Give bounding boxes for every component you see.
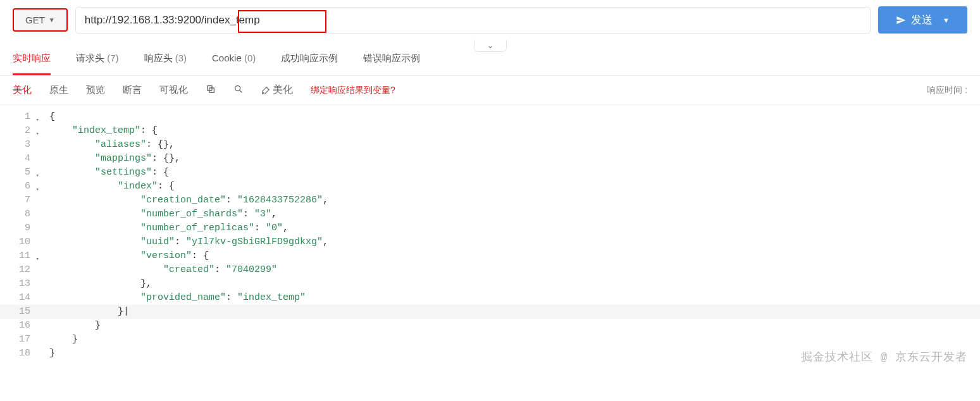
code-line: 2▾ "index_temp": { — [0, 124, 980, 138]
tab-5[interactable]: 错误响应示例 — [363, 44, 420, 75]
send-label: 发送 — [911, 13, 933, 27]
copy-icon[interactable] — [206, 84, 216, 97]
tab-0[interactable]: 实时响应 — [13, 44, 51, 75]
send-icon — [896, 15, 906, 25]
code-content: "index": { — [33, 180, 175, 194]
svg-line-3 — [240, 90, 242, 92]
line-number: 16 — [0, 319, 33, 333]
code-line: 7 "creation_date": "1628433752286", — [0, 194, 980, 207]
chevron-down-icon: ⌄ — [487, 41, 493, 50]
line-number: 12 — [0, 263, 33, 277]
code-line: 13 }, — [0, 277, 980, 291]
svg-point-2 — [235, 85, 240, 90]
code-content: "creation_date": "1628433752286", — [33, 194, 328, 207]
fold-icon[interactable]: ▾ — [36, 127, 39, 141]
code-line: 10 "uuid": "yIl7kv-gSbiGRlFD9gdkxg", — [0, 235, 980, 249]
line-number: 13 — [0, 277, 33, 291]
fold-icon[interactable]: ▾ — [36, 183, 39, 197]
line-number: 7 — [0, 194, 33, 207]
line-number: 1▾ — [0, 110, 33, 124]
line-number: 18 — [0, 347, 33, 361]
code-content: } — [33, 347, 55, 361]
code-line: 3 "aliases": {}, — [0, 138, 980, 152]
code-content: "index_temp": { — [33, 124, 158, 138]
tab-count: (0) — [244, 52, 256, 63]
code-content: "aliases": {}, — [33, 138, 175, 152]
code-line: 11▾ "version": { — [0, 249, 980, 263]
search-icon[interactable] — [233, 84, 244, 97]
code-line: 1▾{ — [0, 110, 980, 124]
fold-icon[interactable]: ▾ — [36, 169, 39, 183]
code-line: 5▾ "settings": { — [0, 166, 980, 180]
tab-4[interactable]: 成功响应示例 — [281, 44, 338, 75]
code-line: 12 "created": "7040299" — [0, 263, 980, 277]
code-content: "version": { — [33, 249, 209, 263]
tool-raw[interactable]: 原生 — [49, 84, 68, 96]
line-number: 3 — [0, 138, 33, 152]
code-line: 4 "mappings": {}, — [0, 152, 980, 166]
bind-variable-link[interactable]: 绑定响应结果到变量? — [311, 85, 395, 96]
code-content: }, — [33, 277, 152, 291]
tab-2[interactable]: 响应头 (3) — [144, 44, 187, 75]
code-content: } — [33, 333, 78, 347]
send-button[interactable]: 发送 ▼ — [878, 6, 967, 34]
code-content: "uuid": "yIl7kv-gSbiGRlFD9gdkxg", — [33, 235, 328, 249]
url-value: http://192.168.1.33:9200/index_temp — [85, 14, 260, 27]
code-line: 17 } — [0, 333, 980, 347]
tool-preview[interactable]: 预览 — [86, 84, 105, 96]
code-line: 18} — [0, 347, 980, 361]
line-number: 9 — [0, 221, 33, 235]
code-line: 9 "number_of_replicas": "0", — [0, 221, 980, 235]
line-number: 5▾ — [0, 166, 33, 180]
line-number: 6▾ — [0, 180, 33, 194]
tab-count: (3) — [175, 52, 187, 63]
tool-beautify[interactable]: 美化 — [13, 84, 32, 96]
code-line: 16 } — [0, 319, 980, 333]
code-content: "number_of_replicas": "0", — [33, 221, 288, 235]
tool-assert[interactable]: 断言 — [123, 84, 142, 96]
line-number: 17 — [0, 333, 33, 347]
code-content: "provided_name": "index_temp" — [33, 291, 306, 305]
code-line: 15 }| — [0, 305, 980, 319]
line-number: 4 — [0, 152, 33, 166]
tab-count: (7) — [107, 52, 118, 63]
caret-down-icon: ▼ — [943, 16, 950, 24]
line-number: 10 — [0, 235, 33, 249]
expand-handle[interactable]: ⌄ — [474, 40, 507, 52]
code-line: 14 "provided_name": "index_temp" — [0, 291, 980, 305]
url-input[interactable]: http://192.168.1.33:9200/index_temp — [75, 7, 871, 34]
code-content: } — [33, 319, 101, 333]
response-timing-label: 响应时间 : — [927, 85, 967, 96]
line-number: 11▾ — [0, 249, 33, 263]
fold-icon[interactable]: ▾ — [36, 252, 39, 266]
line-number: 2▾ — [0, 124, 33, 138]
code-content: "mappings": {}, — [33, 152, 180, 166]
tool-visualize[interactable]: 可视化 — [159, 84, 188, 96]
tab-1[interactable]: 请求头 (7) — [76, 44, 119, 75]
response-toolbar: 美化 原生 预览 断言 可视化 美化 绑定响应结果到变量? 响应时间 : — [0, 76, 980, 105]
fold-icon[interactable]: ▾ — [36, 113, 39, 127]
code-content: "number_of_shards": "3", — [33, 207, 277, 221]
line-number: 15 — [0, 305, 33, 319]
code-line: 6▾ "index": { — [0, 180, 980, 194]
code-content: "created": "7040299" — [33, 263, 277, 277]
code-line: 8 "number_of_shards": "3", — [0, 207, 980, 221]
response-body[interactable]: 1▾{2▾ "index_temp": {3 "aliases": {},4 "… — [0, 105, 980, 367]
caret-down-icon: ▼ — [49, 16, 55, 23]
http-method-select[interactable]: GET ▼ — [13, 8, 68, 32]
line-number: 14 — [0, 291, 33, 305]
http-method-value: GET — [25, 15, 45, 25]
beautify-action[interactable]: 美化 — [261, 83, 293, 97]
code-content: "settings": { — [33, 166, 169, 180]
tab-3[interactable]: Cookie (0) — [212, 44, 256, 75]
code-content: }| — [33, 305, 129, 319]
line-number: 8 — [0, 207, 33, 221]
